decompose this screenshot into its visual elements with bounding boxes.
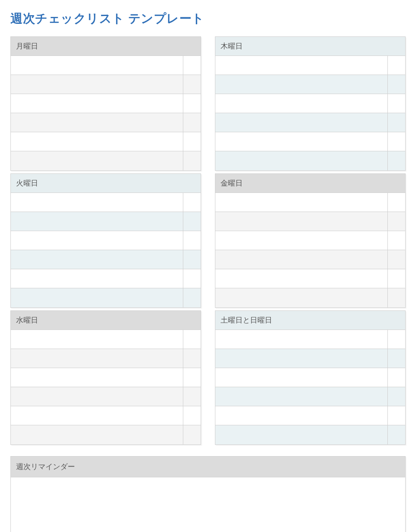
task-cell[interactable] (215, 75, 388, 94)
task-cell[interactable] (215, 193, 388, 212)
checklist-row (11, 193, 201, 212)
task-cell[interactable] (215, 56, 388, 75)
check-cell[interactable] (183, 113, 201, 132)
check-cell[interactable] (388, 406, 405, 425)
check-cell[interactable] (183, 425, 201, 444)
check-cell[interactable] (183, 193, 201, 212)
task-cell[interactable] (11, 212, 183, 231)
checklist-row (215, 212, 405, 231)
task-cell[interactable] (215, 94, 388, 113)
checklist-row (215, 406, 405, 425)
check-cell[interactable] (388, 212, 405, 231)
check-cell[interactable] (183, 250, 201, 269)
checklist-row (215, 330, 405, 349)
check-cell[interactable] (388, 288, 405, 307)
check-cell[interactable] (183, 288, 201, 307)
checklist-row (11, 330, 201, 349)
check-cell[interactable] (183, 387, 201, 406)
check-cell[interactable] (388, 193, 405, 212)
checklist-row (215, 425, 405, 444)
checklist-row (11, 231, 201, 250)
task-cell[interactable] (215, 250, 388, 269)
check-cell[interactable] (183, 330, 201, 349)
task-cell[interactable] (11, 75, 183, 94)
task-cell[interactable] (11, 368, 183, 387)
task-cell[interactable] (11, 387, 183, 406)
check-cell[interactable] (388, 349, 405, 368)
check-cell[interactable] (183, 151, 201, 170)
check-cell[interactable] (388, 425, 405, 444)
task-cell[interactable] (11, 288, 183, 307)
checklist-row (215, 132, 405, 151)
task-cell[interactable] (11, 406, 183, 425)
check-cell[interactable] (388, 269, 405, 288)
task-cell[interactable] (11, 193, 183, 212)
check-cell[interactable] (183, 75, 201, 94)
checklist-row (215, 94, 405, 113)
check-cell[interactable] (388, 132, 405, 151)
task-cell[interactable] (215, 113, 388, 132)
task-cell[interactable] (11, 250, 183, 269)
task-cell[interactable] (11, 330, 183, 349)
checklist-row (11, 56, 201, 75)
task-cell[interactable] (215, 330, 388, 349)
task-cell[interactable] (11, 231, 183, 250)
check-cell[interactable] (388, 94, 405, 113)
task-cell[interactable] (215, 132, 388, 151)
task-cell[interactable] (11, 349, 183, 368)
check-cell[interactable] (183, 94, 201, 113)
checklist-row (11, 113, 201, 132)
checklist-row (215, 269, 405, 288)
checklist-row (11, 349, 201, 368)
day-block: 木曜日 (215, 36, 406, 171)
check-cell[interactable] (388, 231, 405, 250)
checklist-row (215, 231, 405, 250)
check-cell[interactable] (183, 349, 201, 368)
checklist-row (11, 406, 201, 425)
task-cell[interactable] (215, 231, 388, 250)
check-cell[interactable] (388, 113, 405, 132)
check-cell[interactable] (183, 368, 201, 387)
task-cell[interactable] (11, 132, 183, 151)
check-cell[interactable] (183, 231, 201, 250)
task-cell[interactable] (215, 368, 388, 387)
task-cell[interactable] (215, 406, 388, 425)
check-cell[interactable] (388, 330, 405, 349)
check-cell[interactable] (388, 387, 405, 406)
checklist-row (215, 250, 405, 269)
day-header: 火曜日 (11, 174, 201, 193)
checklist-row (11, 212, 201, 231)
column-left: 月曜日火曜日水曜日 (10, 36, 201, 447)
check-cell[interactable] (388, 75, 405, 94)
task-cell[interactable] (11, 269, 183, 288)
checklist-row (11, 94, 201, 113)
task-cell[interactable] (215, 349, 388, 368)
check-cell[interactable] (183, 406, 201, 425)
checklist-row (215, 75, 405, 94)
task-cell[interactable] (215, 212, 388, 231)
check-cell[interactable] (183, 56, 201, 75)
day-block: 金曜日 (215, 173, 406, 308)
task-cell[interactable] (215, 288, 388, 307)
task-cell[interactable] (215, 151, 388, 170)
task-cell[interactable] (11, 94, 183, 113)
task-cell[interactable] (215, 425, 388, 444)
check-cell[interactable] (388, 56, 405, 75)
weekly-reminder-box: 週次リマインダー (10, 456, 406, 532)
check-cell[interactable] (388, 151, 405, 170)
day-header: 水曜日 (11, 311, 201, 330)
check-cell[interactable] (183, 269, 201, 288)
day-block: 水曜日 (10, 310, 201, 445)
check-cell[interactable] (388, 368, 405, 387)
checklist-row (11, 75, 201, 94)
task-cell[interactable] (11, 56, 183, 75)
task-cell[interactable] (11, 151, 183, 170)
check-cell[interactable] (183, 212, 201, 231)
check-cell[interactable] (388, 250, 405, 269)
check-cell[interactable] (183, 132, 201, 151)
task-cell[interactable] (215, 269, 388, 288)
task-cell[interactable] (11, 113, 183, 132)
task-cell[interactable] (215, 387, 388, 406)
weekly-reminder-body[interactable] (11, 477, 405, 532)
task-cell[interactable] (11, 425, 183, 444)
